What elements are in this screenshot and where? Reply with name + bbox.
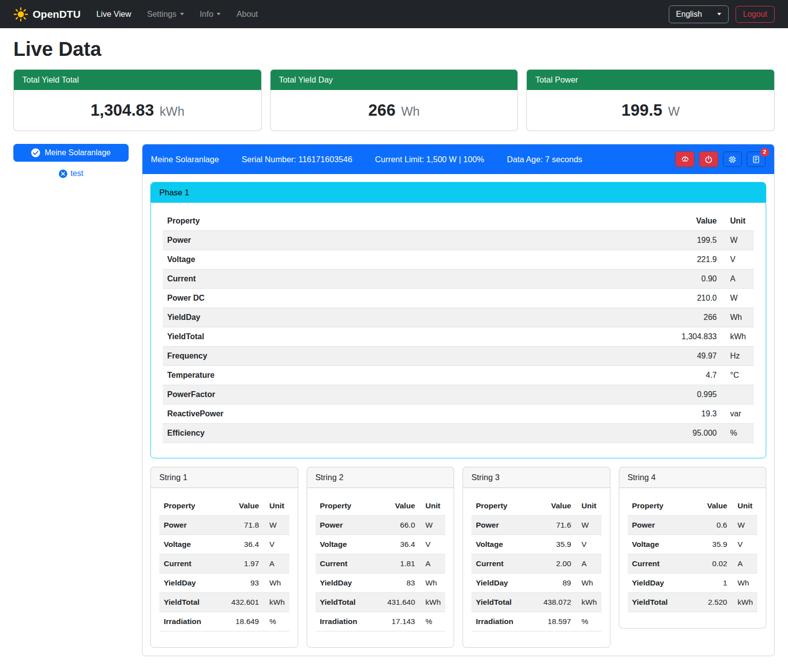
unit-cell: A [264,554,289,574]
phase-title: Phase 1 [151,182,766,203]
sun-icon [13,7,28,22]
value-cell: 19.3 [661,404,721,424]
property-cell: Power [163,231,661,250]
top-navbar: OpenDTU Live View Settings Info About En… [0,0,788,28]
value-cell: 95.000 [661,424,721,443]
card-title: Total Yield Total [14,70,261,90]
value-cell: 1.97 [227,554,263,574]
table-row: YieldTotal 438.072 kWh [471,593,602,612]
value-cell: 49.97 [661,347,721,366]
column-header-value: Value [539,496,575,516]
table-header-row: Property Value Unit [316,496,446,516]
table-row: Current 1.97 A [159,554,289,574]
string-3-table: Property Value Unit Power 71.6 W [471,496,602,631]
property-cell: YieldDay [159,574,227,593]
unit-cell: kWh [576,593,602,612]
property-cell: Current [163,269,661,289]
table-row: Voltage 36.4 V [159,535,289,554]
table-row: YieldTotal 2.520 kWh [628,593,758,612]
unit-cell: V [732,535,757,554]
panel-actions: 2 [675,151,766,167]
unit-cell: Wh [576,574,602,593]
nav-item-about[interactable]: About [236,9,258,19]
property-cell: YieldDay [163,308,661,327]
property-cell: Power [316,516,383,535]
table-row: Power 199.5 W [163,231,754,250]
unit-cell: kWh [419,593,445,612]
unit-cell: Wh [264,574,289,593]
power-toggle-button[interactable] [699,151,718,167]
phase-table: Property Value Unit Power 199.5 W [163,212,754,443]
inverter-select-label: Meine Solaranlage [45,148,110,157]
property-cell: ReactivePower [163,404,661,424]
gauge-icon [681,155,690,164]
inverter-select-button[interactable]: Meine Solaranlage [13,144,129,162]
string-1-table: Property Value Unit Power 71.8 W [159,496,289,631]
value-cell: 0.90 [661,269,721,289]
card-title: Total Power [527,70,774,90]
table-row: Current 2.00 A [471,554,602,574]
language-select-value: English [676,10,702,19]
table-row: Current 0.02 A [628,554,758,574]
string-3-card: String 3 Property Value Unit [463,467,610,648]
table-row: YieldDay 266 Wh [163,308,754,327]
property-cell: Current [316,554,383,574]
column-header-value: Value [696,496,732,516]
check-circle-icon [31,148,40,157]
table-header-row: Property Value Unit [159,496,289,516]
property-cell: YieldTotal [628,593,696,612]
value-cell: 1,304.833 [661,327,721,347]
nav-item-live-view[interactable]: Live View [96,9,131,19]
nav-item-settings[interactable]: Settings [147,9,184,19]
property-cell: Efficiency [163,424,661,443]
value-cell: 0.995 [661,385,721,404]
property-cell: Irradiation [471,612,539,631]
unit-cell: % [576,612,602,631]
property-cell: YieldDay [471,574,539,593]
restart-button[interactable] [723,151,742,167]
chevron-down-icon [217,13,221,15]
column-header-unit: Unit [419,496,445,516]
table-row: Irradiation 18.649 % [159,612,289,631]
language-select[interactable]: English [669,5,729,23]
value-cell: 221.9 [661,250,721,269]
card-value: 1,304.83 [91,101,154,119]
brand-logo[interactable]: OpenDTU [13,7,81,22]
string-4-table: Property Value Unit Power 0.6 W [628,496,758,612]
card-unit: W [668,104,680,118]
unit-cell: kWh [732,593,757,612]
property-cell: Irradiation [316,612,383,631]
total-power-card: Total Power 199.5 W [526,69,775,131]
logout-button[interactable]: Logout [736,6,775,23]
string-2-card: String 2 Property Value Unit [307,467,455,648]
unit-cell: kWh [264,593,289,612]
total-yield-total-card: Total Yield Total 1,304.83 kWh [13,69,262,131]
column-header-property: Property [159,496,227,516]
power-icon [704,155,713,164]
property-cell: YieldTotal [159,593,227,612]
table-row: YieldDay 83 Wh [316,574,446,593]
value-cell: 17.143 [383,612,419,631]
table-row: Voltage 35.9 V [471,535,602,554]
unit-cell: A [419,554,445,574]
nav-item-info[interactable]: Info [200,9,221,19]
value-cell: 432.601 [227,593,263,612]
chevron-down-icon [717,13,721,15]
value-cell: 210.0 [661,289,721,308]
column-header-value: Value [661,212,721,231]
string-1-card: String 1 Property Value Unit [150,467,298,648]
property-cell: YieldDay [628,574,696,593]
value-cell: 1.81 [383,554,419,574]
table-row: Voltage 221.9 V [163,250,754,269]
secondary-inverter-link[interactable]: test [59,169,84,178]
main-row: Meine Solaranlage test Meine Solaranlage… [13,144,775,671]
value-cell: 266 [661,308,721,327]
panel-data-age: Data Age: 7 seconds [507,155,582,164]
unit-cell: A [721,269,754,289]
unit-cell: Wh [721,308,754,327]
column-header-unit: Unit [264,496,289,516]
column-header-property: Property [471,496,539,516]
property-cell: Power [159,516,227,535]
event-log-button[interactable]: 2 [746,151,766,167]
limit-settings-button[interactable] [675,151,695,167]
